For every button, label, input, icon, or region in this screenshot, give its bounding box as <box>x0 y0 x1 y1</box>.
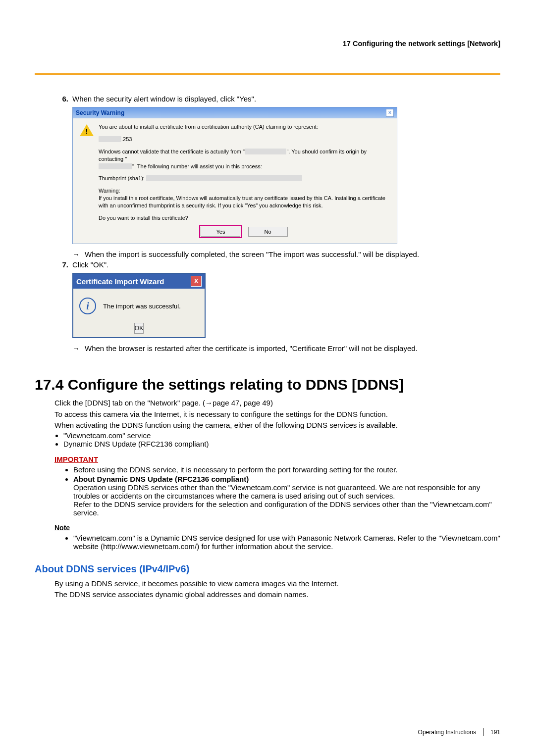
important-bullet-2-p1: Operation using DDNS services other than… <box>73 483 480 500</box>
section-p1: Click the [DDNS] tab on the "Network" pa… <box>54 398 500 408</box>
footer-label: Operating Instructions <box>418 729 476 736</box>
arrow-right-icon: → <box>72 344 80 353</box>
sw-thumbprint: Thumbprint (sha1): xxxxxxxxxxxxxxxxxxxxx… <box>99 175 390 182</box>
page-number: 191 <box>490 729 500 736</box>
important-label: IMPORTANT <box>54 455 500 463</box>
subsection-p2: The DDNS service associates dynamic glob… <box>54 590 500 600</box>
step-6: 6. When the security alert window is dis… <box>54 95 500 103</box>
arrow-right-icon: → <box>72 250 80 258</box>
section-heading: 17.4 Configure the settings relating to … <box>35 376 500 393</box>
ok-button[interactable]: OK <box>134 323 144 334</box>
note-label: Note <box>54 524 500 532</box>
close-icon[interactable]: X <box>191 276 202 287</box>
result-arrow-1: → When the import is successfully comple… <box>72 250 500 258</box>
section-p3: When activating the DDNS function using … <box>54 420 500 430</box>
info-icon: i <box>79 298 96 314</box>
import-wizard-dialog: Certificate Import Wizard X i The import… <box>72 273 206 338</box>
note-bullet: "Viewnetcam.com" is a Dynamic DNS servic… <box>73 534 500 551</box>
subsection-heading: About DDNS services (IPv4/IPv6) <box>35 563 500 575</box>
close-icon[interactable]: × <box>386 109 394 117</box>
section-p2: To access this camera via the Internet, … <box>54 409 500 419</box>
page-footer: Operating Instructions 191 <box>418 728 500 736</box>
important-bullet-2-p2: Refer to the DDNS service providers for … <box>73 500 492 517</box>
yes-button[interactable]: Yes <box>201 227 240 237</box>
sw-line1: You are about to install a certificate f… <box>99 123 390 131</box>
important-bullet-1: Before using the DDNS service, it is nec… <box>73 465 500 474</box>
header-rule <box>35 73 500 75</box>
warning-icon <box>80 124 94 137</box>
no-button[interactable]: No <box>248 227 288 237</box>
subsection-p1: By using a DDNS service, it becomes poss… <box>54 579 500 589</box>
import-wizard-title: Certificate Import Wizard <box>76 277 164 286</box>
step-7-number: 7. <box>54 260 68 269</box>
header-title: 17 Configuring the network settings [Net… <box>35 40 500 53</box>
step-6-number: 6. <box>54 95 68 103</box>
result-arrow-2: → When the browser is restarted after th… <box>72 344 500 353</box>
service-bullet-1: "Viewnetcam.com" service <box>63 431 500 440</box>
important-bullet-2-title: About Dynamic DNS Update (RFC2136 compli… <box>73 475 249 483</box>
sw-question: Do you want to install this certificate? <box>99 214 390 222</box>
sw-masked-host: xxxxxxxx.253 <box>99 136 390 143</box>
sw-warning: Warning: If you install this root certif… <box>99 187 390 209</box>
step-7: 7. Click "OK". <box>54 260 500 269</box>
step-7-text: Click "OK". <box>72 260 500 269</box>
import-success-message: The import was successful. <box>103 302 181 310</box>
service-bullet-2: Dynamic DNS Update (RFC2136 compliant) <box>63 440 500 448</box>
security-warning-dialog: Security Warning × You are about to inst… <box>72 107 397 244</box>
security-warning-title: Security Warning <box>76 109 124 117</box>
step-6-text: When the security alert window is displa… <box>72 95 500 103</box>
important-bullet-2: About Dynamic DNS Update (RFC2136 compli… <box>73 475 500 517</box>
sw-line2: Windows cannot validate that the certifi… <box>99 148 390 170</box>
